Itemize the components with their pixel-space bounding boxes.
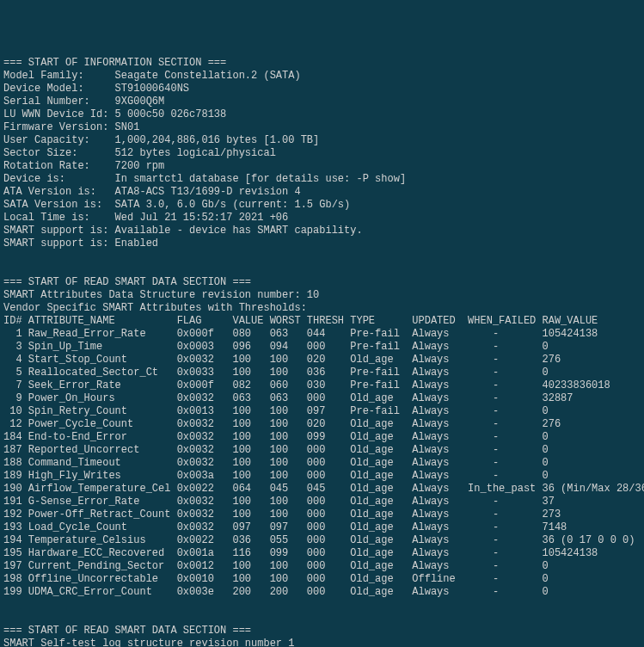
terminal-output: === START OF INFORMATION SECTION === Mod… <box>3 57 641 647</box>
